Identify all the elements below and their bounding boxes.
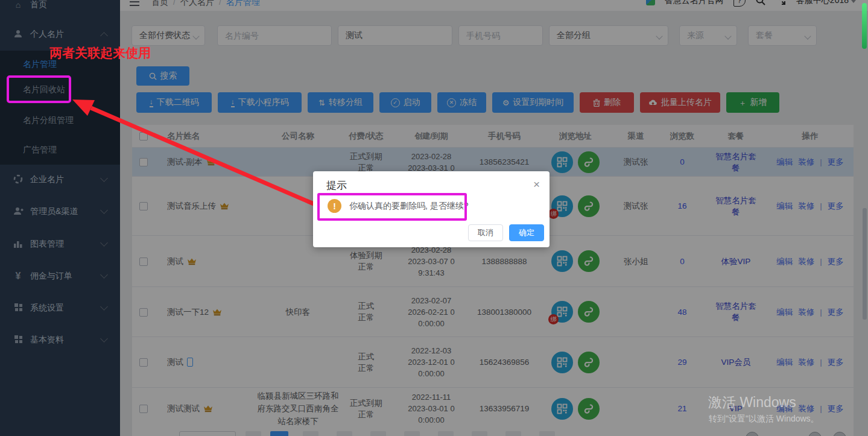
cancel-button[interactable]: 取消 bbox=[468, 224, 503, 241]
dialog-title: 提示 bbox=[326, 179, 347, 192]
close-icon[interactable]: × bbox=[533, 179, 540, 190]
annotation-note: 两者关联起来使用 bbox=[49, 45, 151, 62]
annotation-box-message bbox=[317, 193, 467, 221]
page-scrollbar-thumb[interactable] bbox=[862, 3, 867, 49]
table-scrollbar-thumb[interactable] bbox=[863, 208, 867, 320]
app-root: ⌂ 首页 个人名片 名片管理 名片回收站 名片分组管理 广告管理 企业名片 bbox=[0, 0, 868, 436]
confirm-button[interactable]: 确定 bbox=[509, 224, 544, 241]
annotation-box-recycle bbox=[7, 75, 71, 103]
